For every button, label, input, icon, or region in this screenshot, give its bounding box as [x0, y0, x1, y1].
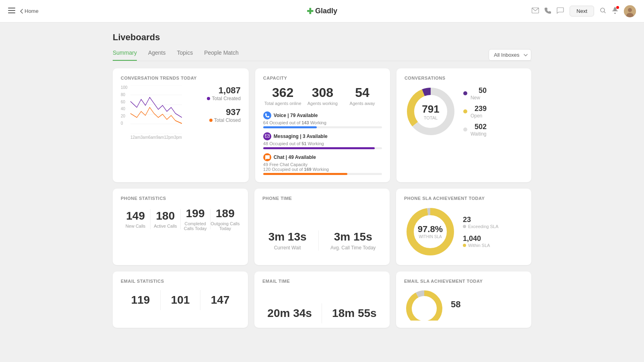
next-button[interactable]: Next: [570, 6, 594, 16]
x-6am: 6am: [148, 135, 156, 140]
agents-working-label: Agents working: [303, 101, 343, 106]
sla-within-label: WITHIN SLA: [418, 234, 443, 239]
waiting-label: Waiting: [471, 131, 487, 137]
within-num: 1,040: [463, 234, 498, 243]
x-3am: 3am: [140, 135, 148, 140]
active-calls-value: 180: [151, 210, 180, 222]
open-dot: [463, 109, 467, 113]
bell-icon[interactable]: [612, 7, 618, 16]
avg-call-value: 3m 15s: [330, 230, 376, 243]
agents-away-label: Agents away: [343, 101, 382, 106]
notification-dot: [616, 6, 619, 9]
outgoing-calls: 189 Outgoing Calls Today: [211, 207, 240, 231]
total-agents-online-label: Total agents online: [263, 101, 303, 106]
voice-title: Voice | 79 Available: [274, 113, 318, 118]
chat-channel: Chat | 49 Available 49 Free Chat Capacit…: [263, 153, 382, 175]
chat-icon[interactable]: [557, 7, 564, 15]
phone-time-title: PHONE TIME: [262, 196, 382, 201]
sla-donut: 97.8% WITHIN SLA: [404, 206, 456, 258]
current-wait: 3m 13s Current Wait: [268, 230, 307, 251]
email-sla-num: 58: [451, 299, 460, 310]
completed-calls-value: 199: [181, 207, 210, 220]
svg-rect-2: [8, 12, 15, 13]
exceeding-sla: 23 Exceeding SLA: [463, 216, 498, 229]
phone-icon[interactable]: [545, 7, 551, 15]
avatar[interactable]: [624, 5, 636, 17]
new-calls: 149 New Calls: [121, 210, 150, 228]
email-time-1-value: 20m 34s: [267, 307, 312, 320]
conversation-trends-title: CONVERSATION TRENDS TODAY: [121, 76, 241, 80]
created-dot: [207, 97, 210, 100]
y-label-0: 0: [121, 121, 128, 125]
trend-stats: 1,087 Total Created 937 Total Closed: [188, 85, 241, 123]
email-time-card: EMAIL TIME 20m 34s 18m 55s: [254, 272, 390, 328]
svg-rect-15: [265, 134, 269, 138]
new-dot: [463, 91, 467, 95]
svg-point-21: [409, 293, 440, 321]
email-time-row: 20m 34s 18m 55s: [262, 288, 382, 330]
time-divider: [318, 230, 319, 251]
outgoing-calls-value: 189: [211, 207, 240, 220]
back-label: Home: [25, 8, 39, 14]
y-label-20: 20: [121, 114, 128, 118]
y-label-100: 100: [121, 85, 128, 90]
exceeding-label: Exceeding SLA: [468, 224, 498, 229]
tab-agents[interactable]: Agents: [148, 49, 166, 61]
inbox-select[interactable]: All Inboxes: [489, 49, 531, 61]
completed-calls: 199 Completed Calls Today: [181, 207, 210, 231]
messaging-channel: Messaging | 3 Available 48 Occupied out …: [263, 132, 382, 149]
phone-stats-row: 149 New Calls 180 Active Calls 199 Compl…: [121, 207, 240, 231]
hamburger-icon[interactable]: [8, 8, 15, 15]
email-stat-2-value: 101: [161, 294, 200, 306]
completed-calls-label: Completed Calls Today: [181, 221, 210, 231]
exceeding-dot: [463, 225, 466, 228]
tabs-bar: Summary Agents Topics People Match All I…: [113, 49, 531, 61]
tab-summary[interactable]: Summary: [113, 49, 137, 61]
email-stat-2: 101: [161, 294, 200, 306]
new-legend-item: 50 New: [463, 86, 487, 101]
conversations-card: CONVERSATIONS 791 TOTAL: [396, 68, 531, 182]
email-time-2-value: 18m 55s: [332, 307, 377, 320]
tab-topics[interactable]: Topics: [177, 49, 193, 61]
avg-call-time: 3m 15s Avg. Call Time Today: [330, 230, 376, 251]
search-icon[interactable]: [600, 7, 606, 15]
total-agents-online-num: 362: [263, 85, 303, 100]
agents-working-num: 308: [303, 85, 343, 100]
email-time-1: 20m 34s: [267, 307, 312, 320]
active-calls: 180 Active Calls: [151, 210, 180, 228]
main-content: Liveboards Summary Agents Topics People …: [105, 23, 539, 337]
logo: ✚ Gladly: [307, 6, 337, 16]
phone-time-row: 3m 13s Current Wait 3m 15s Avg. Call Tim…: [262, 206, 382, 267]
conversations-donut: 791 TOTAL: [405, 85, 457, 138]
total-closed-value: 937: [188, 107, 241, 117]
voice-icon: [263, 111, 271, 119]
active-calls-label: Active Calls: [151, 224, 180, 228]
x-12pm: 12pm: [164, 135, 174, 140]
email-sla-donut: [404, 288, 444, 321]
tab-people-match[interactable]: People Match: [204, 49, 239, 61]
email-sla-card: EMAIL SLA ACHIEVEMENT TODAY 58: [396, 272, 531, 328]
email-statistics-title: EMAIL STATISTICS: [121, 279, 240, 284]
current-wait-label: Current Wait: [268, 245, 307, 251]
mail-icon[interactable]: [532, 8, 539, 15]
sla-content: 97.8% WITHIN SLA 23 Exceeding SLA 1,040: [404, 206, 523, 258]
voice-channel: Voice | 79 Available 64 Occupied out of …: [263, 111, 382, 128]
waiting-value: 502: [471, 123, 487, 131]
avg-call-label: Avg. Call Time Today: [330, 245, 376, 251]
conversations-title: CONVERSATIONS: [405, 76, 523, 80]
new-value: 50: [471, 86, 487, 95]
waiting-legend-item: 502 Waiting: [463, 123, 487, 137]
x-3pm: 3pm: [174, 135, 182, 140]
logo-icon: ✚: [307, 6, 314, 16]
current-wait-value: 3m 13s: [268, 230, 307, 243]
email-stat-3-value: 147: [200, 294, 240, 306]
agents-away-num: 54: [343, 85, 382, 100]
total-created-label: Total Created: [212, 96, 240, 101]
email-stat-3: 147: [200, 294, 240, 306]
conversations-total: 791: [422, 103, 439, 115]
svg-rect-1: [8, 10, 15, 11]
svg-rect-0: [8, 8, 15, 8]
back-nav[interactable]: Home: [20, 8, 39, 14]
x-9am: 9am: [156, 135, 164, 140]
capacity-card: CAPACITY 362 Total agents online 308 Age…: [255, 68, 390, 182]
